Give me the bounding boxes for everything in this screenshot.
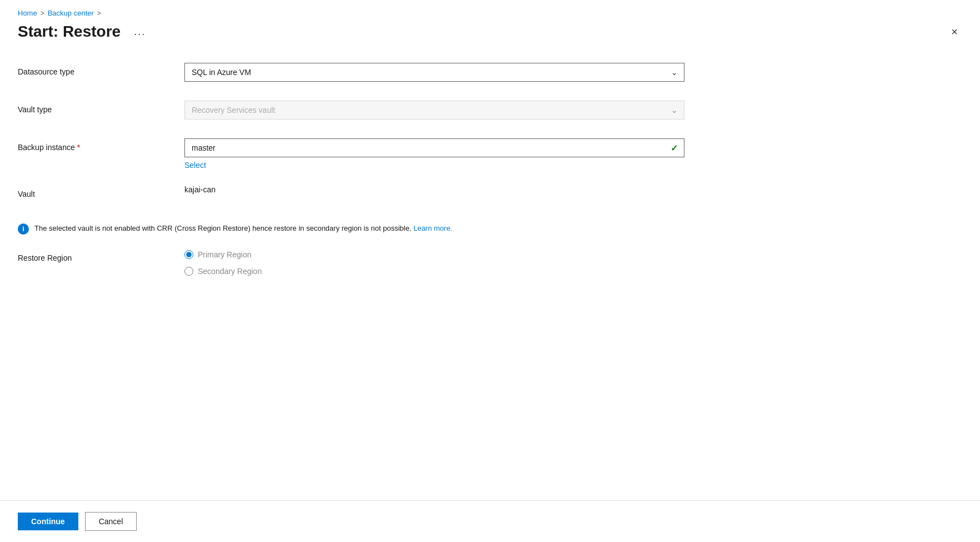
ellipsis-button[interactable]: ...	[129, 25, 150, 39]
vault-type-label: Vault type	[18, 101, 184, 114]
vault-value: kajai-can	[184, 181, 216, 194]
vault-label: Vault	[18, 185, 184, 198]
close-button[interactable]: ×	[947, 24, 962, 39]
datasource-type-select[interactable]: SQL in Azure VM	[184, 63, 684, 82]
primary-region-option[interactable]: Primary Region	[184, 250, 262, 259]
breadcrumb-backup-center[interactable]: Backup center	[48, 9, 94, 17]
title-row: Start: Restore ... ×	[18, 23, 962, 41]
vault-row: Vault kajai-can	[18, 185, 796, 207]
primary-region-label: Primary Region	[198, 250, 251, 259]
footer: Continue Cancel	[0, 500, 980, 542]
vault-value-area: kajai-can	[184, 185, 684, 194]
cancel-button[interactable]: Cancel	[85, 512, 137, 531]
breadcrumb-sep2: >	[97, 9, 101, 17]
restore-region-radio-group: Primary Region Secondary Region	[184, 250, 262, 276]
vault-type-row: Vault type Recovery Services vault ⌄	[18, 101, 796, 123]
restore-region-label: Restore Region	[18, 250, 184, 262]
primary-region-radio[interactable]	[184, 250, 193, 259]
learn-more-link[interactable]: Learn more.	[413, 224, 452, 232]
backup-instance-input[interactable]	[184, 138, 684, 157]
required-star: *	[77, 143, 80, 152]
vault-type-dropdown-wrapper: Recovery Services vault ⌄	[184, 101, 684, 120]
backup-instance-label: Backup instance *	[18, 138, 184, 152]
backup-instance-row: Backup instance * ✓ Select	[18, 138, 796, 170]
breadcrumb: Home > Backup center >	[18, 9, 962, 17]
backup-instance-input-wrapper: ✓	[184, 138, 684, 157]
check-icon: ✓	[671, 143, 678, 153]
datasource-type-label: Datasource type	[18, 63, 184, 76]
info-banner: i The selected vault is not enabled with…	[18, 223, 796, 235]
secondary-region-radio[interactable]	[184, 267, 193, 276]
breadcrumb-home[interactable]: Home	[18, 9, 37, 17]
continue-button[interactable]: Continue	[18, 513, 78, 530]
restore-region-row: Restore Region Primary Region Secondary …	[18, 250, 796, 276]
datasource-type-row: Datasource type SQL in Azure VM ⌄	[18, 63, 796, 85]
page-title: Start: Restore	[18, 23, 121, 41]
datasource-type-control: SQL in Azure VM ⌄	[184, 63, 684, 82]
datasource-type-dropdown-wrapper: SQL in Azure VM ⌄	[184, 63, 684, 82]
secondary-region-label: Secondary Region	[198, 267, 262, 276]
header: Home > Backup center > Start: Restore ..…	[0, 0, 980, 45]
page-container: Home > Backup center > Start: Restore ..…	[0, 0, 980, 542]
content-area: Datasource type SQL in Azure VM ⌄ Vault …	[0, 45, 980, 500]
info-icon: i	[18, 223, 29, 235]
backup-instance-select-link[interactable]: Select	[184, 161, 206, 170]
vault-type-control: Recovery Services vault ⌄	[184, 101, 684, 120]
page-title-group: Start: Restore ...	[18, 23, 150, 41]
backup-instance-control: ✓ Select	[184, 138, 684, 170]
form-section: Datasource type SQL in Azure VM ⌄ Vault …	[18, 63, 796, 276]
secondary-region-option[interactable]: Secondary Region	[184, 267, 262, 276]
breadcrumb-sep1: >	[41, 9, 44, 17]
info-text: The selected vault is not enabled with C…	[34, 223, 452, 234]
vault-type-select: Recovery Services vault	[184, 101, 684, 120]
